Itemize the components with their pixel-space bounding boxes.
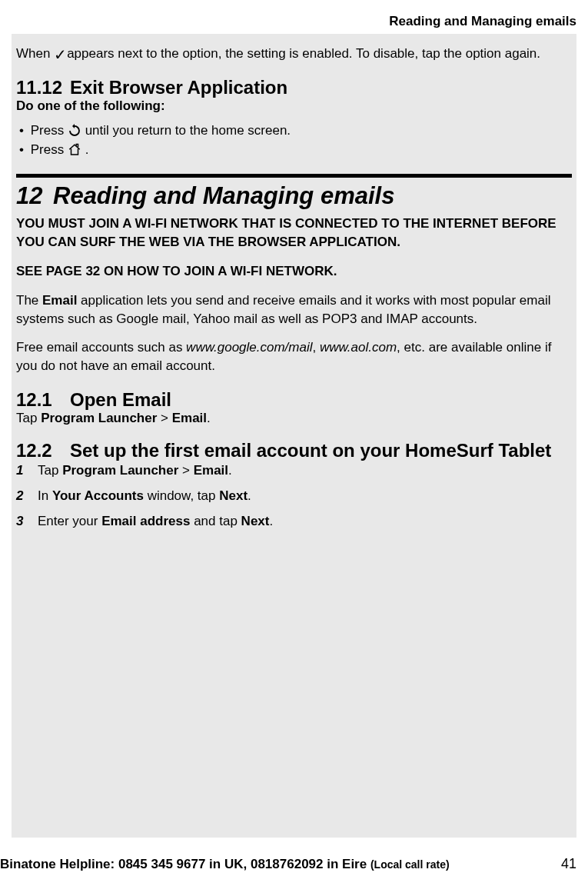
para2-a: Free email accounts such as (16, 340, 186, 355)
chapter-12-note2: SEE PAGE 32 ON HOW TO JOIN A WI-FI NETWO… (16, 262, 572, 281)
back-icon (68, 124, 81, 138)
s2c: and tap (190, 514, 241, 528)
section-title: Set up the first email account on your H… (70, 440, 572, 461)
section-12-1-follow: Tap Program Launcher > Email. (16, 411, 572, 426)
intro-paragraph: When ✓appears next to the option, the se… (16, 45, 572, 63)
follow-e: . (207, 411, 211, 425)
intro-text-suffix: appears next to the option, the setting … (67, 46, 540, 61)
s1b: Your Accounts (52, 488, 144, 503)
chapter-12-para1: The Email application lets you send and … (16, 291, 572, 328)
follow-c: > (157, 411, 171, 425)
para2-b: www.google.com/mail (186, 340, 312, 355)
para2-d: www.aol.com (320, 340, 397, 355)
intro-text-prefix: When (16, 46, 54, 61)
bullet2-prefix: Press (31, 142, 68, 157)
s2d: Next (241, 514, 270, 528)
s2a: Enter your (38, 514, 101, 528)
s1c: window, tap (144, 488, 219, 503)
chapter-12-note1: YOU MUST JOIN A WI-FI NETWORK THAT IS CO… (16, 215, 572, 251)
helpline-rate: (Local call rate) (370, 858, 450, 871)
s2e: . (269, 514, 273, 528)
step-number: 2 (16, 487, 38, 505)
content-area: When ✓appears next to the option, the se… (12, 34, 576, 838)
step-text: Tap Program Launcher > Email. (38, 461, 572, 480)
step-1: 1 Tap Program Launcher > Email. (16, 461, 572, 480)
section-11-12-subtitle: Do one of the following: (16, 98, 572, 114)
section-title: Open Email (70, 389, 572, 411)
section-number: 12.2 (16, 440, 70, 461)
s0c: > (178, 463, 193, 478)
bullet1-prefix: Press (31, 123, 68, 138)
s1d: Next (219, 488, 247, 503)
follow-a: Tap (16, 411, 41, 425)
home-icon (68, 143, 81, 157)
step-number: 1 (16, 461, 38, 480)
section-title: Exit Browser Application (70, 77, 572, 98)
follow-b: Program Launcher (41, 411, 157, 425)
step-number: 3 (16, 512, 38, 531)
follow-d: Email (172, 411, 207, 425)
bullet-item-1: • Press until you return to the home scr… (19, 122, 572, 140)
para2-c: , (313, 340, 320, 355)
step-text: Enter your Email address and tap Next. (38, 512, 572, 531)
section-12-1-heading: 12.1 Open Email (16, 389, 572, 411)
s0e: . (228, 463, 232, 478)
s0a: Tap (38, 463, 62, 478)
section-12-2-heading: 12.2 Set up the first email account on y… (16, 440, 572, 461)
page-footer: Binatone Helpline: 0845 345 9677 in UK, … (0, 856, 576, 872)
helpline-main: Binatone Helpline: 0845 345 9677 in UK, … (0, 857, 370, 871)
step-2: 2 In Your Accounts window, tap Next. (16, 487, 572, 505)
bullet2-suffix: . (85, 142, 89, 157)
bullet-dot: • (19, 122, 27, 140)
step-3: 3 Enter your Email address and tap Next. (16, 512, 572, 531)
para1-b: Email (42, 293, 77, 308)
s2b: Email address (101, 514, 190, 528)
s1e: . (247, 488, 251, 503)
chapter-title: Reading and Managing emails (53, 182, 572, 210)
para1-c: application lets you send and receive em… (16, 293, 550, 326)
section-11-12-heading: 11.12 Exit Browser Application (16, 77, 572, 98)
s0b: Program Launcher (62, 463, 178, 478)
chapter-12-para2: Free email accounts such as www.google.c… (16, 338, 572, 375)
chapter-divider (16, 174, 572, 178)
bullet-item-2: • Press . (19, 141, 572, 159)
s0d: Email (194, 463, 228, 478)
step-text: In Your Accounts window, tap Next. (38, 487, 572, 505)
footer-helpline: Binatone Helpline: 0845 345 9677 in UK, … (0, 857, 450, 872)
bullet-dot: • (19, 141, 27, 159)
checkmark-icon: ✓ (54, 47, 67, 62)
chapter-12-heading: 12 Reading and Managing emails (16, 182, 572, 210)
section-number: 11.12 (16, 77, 70, 98)
section-number: 12.1 (16, 389, 70, 411)
s1a: In (38, 488, 52, 503)
chapter-number: 12 (16, 182, 53, 210)
running-header: Reading and Managing emails (389, 14, 576, 29)
page-number: 41 (561, 856, 576, 872)
para1-a: The (16, 293, 42, 308)
bullet1-suffix: until you return to the home screen. (85, 123, 291, 138)
